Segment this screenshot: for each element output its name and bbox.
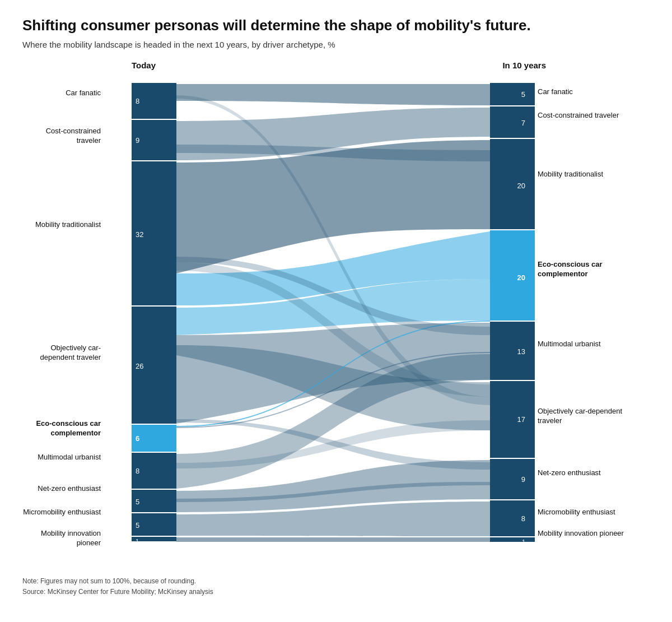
left-bar-mob-trad <box>132 161 176 305</box>
right-label-obj-car: Objectively car-dependent traveler <box>538 407 627 426</box>
right-label-netzero: Net-zero enthusiast <box>538 468 627 478</box>
col-header-future: In 10 years <box>502 61 546 70</box>
flow-cost-cost <box>176 108 490 160</box>
left-val-cost: 9 <box>136 136 139 145</box>
left-label-mob-trad: Mobility traditionalist <box>22 220 101 230</box>
footnote-note: Note: Figures may not sum to 100%, becau… <box>22 576 650 587</box>
flow-objcar-objcar <box>176 345 490 430</box>
right-bar-car-fanatic <box>490 83 535 105</box>
flow-carfanatic-carfanatic <box>176 84 490 105</box>
right-bar-micro <box>490 500 535 536</box>
left-val-obj-car: 26 <box>136 362 143 370</box>
right-label-car-fanatic: Car fanatic <box>538 87 627 97</box>
left-label-multi: Multimodal urbanist <box>22 453 101 462</box>
sankey-svg: 8 9 32 26 6 8 5 5 1 5 7 2 <box>22 61 650 565</box>
left-val-innov: 1 <box>136 538 139 545</box>
left-bar-micro <box>132 513 176 536</box>
right-val-micro: 8 <box>521 514 525 523</box>
left-bar-obj-car <box>132 307 176 424</box>
left-label-obj-car: Objectively car-dependent traveler <box>22 344 101 363</box>
flow-mobtrad-mobtrad <box>176 140 490 273</box>
left-label-cost: Cost-constrained traveler <box>22 127 101 146</box>
right-val-obj-car: 17 <box>517 415 525 424</box>
footnote: Note: Figures may not sum to 100%, becau… <box>22 576 650 597</box>
right-bar-obj-car <box>490 381 535 458</box>
flow-eco-eco <box>176 321 490 427</box>
left-val-netzero: 5 <box>136 498 139 506</box>
left-label-car-fanatic: Car fanatic <box>22 89 101 98</box>
right-bar-innov <box>490 537 535 542</box>
right-label-eco: Eco-conscious car complementor <box>538 260 627 279</box>
flow-objcar-eco <box>176 279 490 335</box>
right-label-micro: Micromobility enthusiast <box>538 508 627 517</box>
right-label-multi: Multimodal urbanist <box>538 340 627 349</box>
flow-carfan-objcar <box>176 95 490 405</box>
flow-eco-multi <box>176 352 490 428</box>
flow-cost-mobtrad <box>176 145 490 161</box>
flow-objcar-multi <box>176 323 490 424</box>
left-val-mob-trad: 32 <box>136 230 143 239</box>
left-bar-multi <box>132 453 176 489</box>
left-label-innov: Mobility innovation pioneer <box>22 529 101 548</box>
right-bar-netzero <box>490 459 535 499</box>
left-bar-car-fanatic <box>132 83 176 119</box>
flow-multi-objcar2 <box>176 420 490 468</box>
left-val-car-fanatic: 8 <box>136 97 139 105</box>
right-val-innov: 1 <box>522 539 525 545</box>
flow-mobtrad-multi <box>176 257 490 335</box>
right-val-cost: 7 <box>521 119 525 127</box>
left-val-micro: 5 <box>136 521 139 530</box>
flow-netzero-netzero <box>176 460 490 512</box>
right-bar-cost <box>490 106 535 138</box>
left-label-netzero: Net-zero enthusiast <box>22 484 101 494</box>
right-label-innov: Mobility innovation pioneer <box>538 529 627 539</box>
main-title: Shifting consumer personas will determin… <box>22 17 650 34</box>
left-bar-innov <box>132 537 176 541</box>
flow-multi-objcar <box>176 354 490 489</box>
right-bar-multi <box>490 322 535 380</box>
flow-micro-micro <box>176 502 490 536</box>
left-bar-eco <box>132 425 176 452</box>
subtitle: Where the mobility landscape is headed i… <box>22 40 650 49</box>
right-val-netzero: 9 <box>521 475 525 484</box>
right-val-eco: 20 <box>517 273 525 282</box>
flow-netzero-net2 <box>176 482 490 502</box>
flow-objcar-netzero <box>176 419 490 470</box>
left-val-eco: 6 <box>136 434 139 443</box>
left-bar-netzero <box>132 490 176 512</box>
left-bar-cost <box>132 120 176 160</box>
flow-innov-innov <box>176 537 490 542</box>
right-bar-eco <box>490 230 535 321</box>
right-label-mob-trad: Mobility traditionalist <box>538 170 627 179</box>
left-label-eco: Eco-conscious car complementor <box>22 419 101 438</box>
right-bar-mob-trad <box>490 139 535 229</box>
chart-area: Today In 10 years 8 9 32 26 6 8 5 5 <box>22 61 650 565</box>
flow-mobtrad-objcar <box>176 262 490 397</box>
col-header-today: Today <box>132 61 156 70</box>
right-val-car-fanatic: 5 <box>521 90 525 99</box>
flow-mobtrad-eco <box>176 231 490 305</box>
footnote-source: Source: McKinsey Center for Future Mobil… <box>22 587 650 597</box>
left-label-micro: Micromobility enthusiast <box>22 508 101 517</box>
right-label-cost: Cost-constrained traveler <box>538 111 627 120</box>
right-val-mob-trad: 20 <box>517 182 525 190</box>
right-val-multi: 13 <box>517 347 525 356</box>
left-val-multi: 8 <box>136 467 139 475</box>
